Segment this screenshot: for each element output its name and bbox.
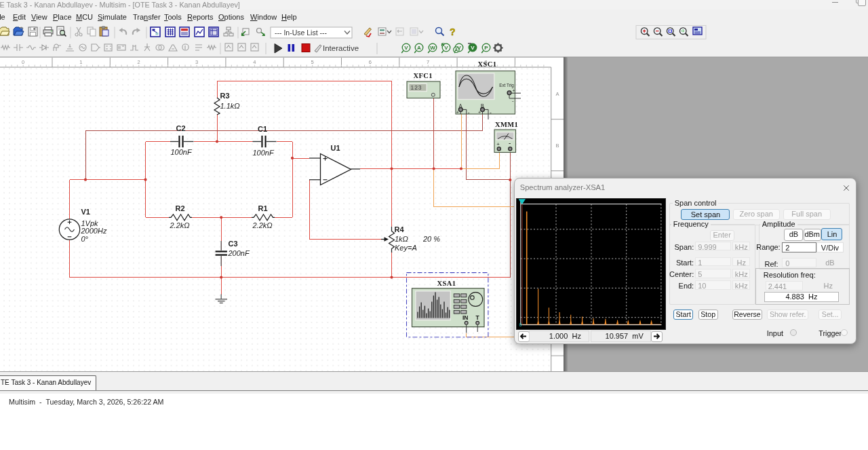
svg-text:+: +: [478, 110, 481, 115]
svg-text:P: P: [484, 45, 488, 51]
svg-text:1Vpk: 1Vpk: [81, 219, 99, 227]
svg-text:5: 5: [311, 59, 314, 65]
svg-text:0°: 0°: [81, 235, 89, 243]
svg-text:1.1kΩ: 1.1kΩ: [220, 102, 240, 110]
svg-text:A: A: [459, 103, 462, 108]
svg-text:A: A: [454, 48, 458, 52]
svg-text:2000Hz: 2000Hz: [81, 227, 107, 235]
svg-text:XSA1: XSA1: [437, 280, 456, 287]
svg-text:123: 123: [411, 84, 422, 91]
svg-text:T: T: [476, 314, 480, 321]
svg-text:100nF: 100nF: [171, 148, 193, 156]
svg-text:-: -: [512, 98, 514, 104]
svg-text:R4: R4: [395, 225, 405, 233]
svg-text:0: 0: [22, 59, 24, 65]
svg-text:2.2kΩ: 2.2kΩ: [252, 221, 273, 229]
svg-text:0: 0: [519, 323, 522, 328]
svg-text:20 %: 20 %: [422, 235, 440, 243]
svg-text:-: -: [468, 109, 470, 116]
svg-text:Interactive: Interactive: [323, 44, 359, 52]
svg-text:200nF: 200nF: [228, 249, 250, 257]
svg-text:W: W: [430, 45, 435, 51]
svg-text:C1: C1: [258, 125, 267, 133]
svg-text:A: A: [555, 91, 559, 97]
svg-text:R1: R1: [258, 204, 268, 212]
svg-text:V: V: [471, 45, 475, 51]
svg-text:V1: V1: [81, 208, 90, 216]
svg-text:XMM1: XMM1: [495, 121, 518, 128]
svg-text:XSC1: XSC1: [478, 60, 497, 68]
svg-text:XFC1: XFC1: [414, 72, 433, 79]
svg-text:R3: R3: [220, 92, 230, 100]
svg-text:1: 1: [79, 59, 82, 65]
svg-text:--- In-Use List ---: --- In-Use List ---: [275, 29, 328, 37]
svg-text:V: V: [444, 45, 448, 51]
svg-text:-: -: [490, 109, 492, 116]
svg-text:IN: IN: [462, 314, 469, 321]
svg-text:U1: U1: [331, 144, 340, 152]
svg-text:V: V: [404, 45, 408, 51]
svg-text:1kΩ: 1kΩ: [395, 235, 408, 243]
svg-text:C3: C3: [229, 240, 238, 248]
svg-text:3: 3: [195, 59, 198, 65]
svg-text:7: 7: [427, 59, 429, 65]
svg-text:A: A: [417, 45, 421, 51]
svg-text:B: B: [481, 103, 484, 108]
svg-text:2.2kΩ: 2.2kΩ: [170, 221, 190, 229]
svg-text:2: 2: [138, 59, 140, 65]
svg-text:100nF: 100nF: [253, 149, 275, 157]
svg-text:?: ?: [450, 26, 456, 37]
svg-text:6: 6: [369, 59, 372, 65]
svg-text:-: -: [509, 139, 511, 147]
svg-text:+: +: [496, 141, 500, 147]
svg-text:C2: C2: [176, 124, 186, 132]
svg-text:4: 4: [253, 59, 256, 65]
svg-text:R2: R2: [176, 204, 185, 212]
svg-text:B: B: [555, 143, 559, 149]
svg-text:Key=A: Key=A: [395, 244, 417, 252]
svg-text:+: +: [456, 110, 459, 115]
svg-text:+: +: [513, 88, 515, 93]
